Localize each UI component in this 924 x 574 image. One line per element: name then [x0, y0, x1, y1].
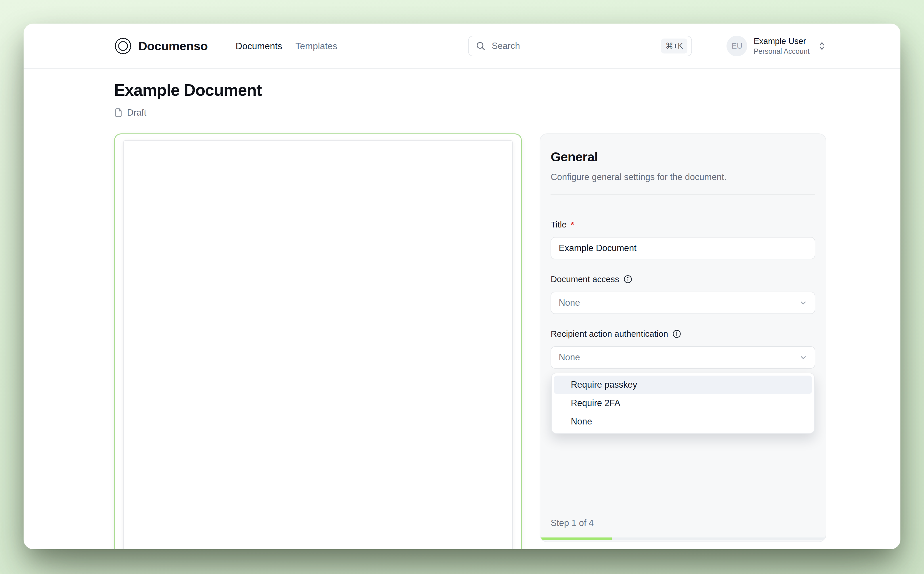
status-label: Draft [127, 107, 146, 118]
recipient-auth-label: Recipient action authentication [551, 329, 815, 339]
pdf-page [123, 140, 513, 549]
page-title: Example Document [114, 80, 826, 99]
account-menu-trigger[interactable]: EU Example User Personal Account [727, 36, 826, 56]
file-icon [114, 107, 123, 118]
panel-title: General [551, 150, 815, 164]
desktop-background: { "header": { "brand": "Documenso", "nav… [0, 0, 924, 574]
progress-track [540, 538, 826, 540]
info-icon[interactable] [672, 329, 682, 339]
recipient-auth-label-text: Recipient action authentication [551, 329, 668, 339]
title-input[interactable] [551, 237, 815, 259]
recipient-auth-select[interactable]: None [551, 346, 815, 369]
recipient-auth-dropdown: Require passkey Require 2FA None [551, 373, 815, 434]
document-preview-frame [114, 133, 522, 549]
document-access-value: None [559, 298, 580, 308]
required-asterisk: * [571, 220, 574, 229]
panel-footer: Step 1 of 4 [551, 518, 815, 541]
progress-fill [540, 538, 611, 540]
search-bar[interactable]: ⌘+K [468, 36, 692, 56]
app-header: Documenso Documents Templates ⌘+K EU Exa… [24, 24, 900, 69]
chevron-down-icon [799, 299, 807, 307]
general-settings-panel: General Configure general settings for t… [540, 133, 826, 542]
app-window: Documenso Documents Templates ⌘+K EU Exa… [24, 24, 900, 549]
dropdown-option-none[interactable]: None [554, 412, 812, 431]
user-meta: Example User Personal Account [754, 36, 809, 55]
content-row: General Configure general settings for t… [114, 133, 826, 549]
chevrons-up-down-icon [818, 41, 826, 51]
chevron-down-icon [799, 353, 807, 361]
document-access-select-wrap: None [551, 284, 815, 314]
recipient-auth-value: None [559, 352, 580, 363]
info-icon[interactable] [623, 274, 633, 284]
search-shortcut-badge: ⌘+K [661, 39, 688, 54]
documenso-seal-icon [114, 37, 132, 55]
avatar: EU [727, 36, 747, 56]
brand-logo[interactable]: Documenso [114, 37, 208, 55]
panel-subtitle: Configure general settings for the docum… [551, 172, 815, 182]
search-icon [475, 41, 486, 51]
search-input[interactable] [491, 41, 661, 52]
panel-divider [551, 194, 815, 195]
document-access-select[interactable]: None [551, 292, 815, 314]
recipient-auth-select-wrap: None Require passkey Require 2FA None [551, 339, 815, 369]
step-indicator: Step 1 of 4 [551, 518, 815, 528]
document-status: Draft [114, 107, 826, 118]
brand-name: Documenso [138, 39, 208, 53]
title-label-text: Title [551, 220, 567, 229]
dropdown-option-require-2fa[interactable]: Require 2FA [554, 394, 812, 412]
title-field-label: Title * [551, 220, 815, 229]
nav-documents[interactable]: Documents [236, 41, 282, 52]
document-access-label-text: Document access [551, 274, 619, 284]
user-account-type: Personal Account [754, 47, 809, 55]
dropdown-option-require-passkey[interactable]: Require passkey [554, 375, 812, 394]
page-content: Example Document Draft General Configure… [24, 80, 900, 549]
nav-templates[interactable]: Templates [295, 41, 337, 52]
document-access-label: Document access [551, 274, 815, 284]
user-name: Example User [754, 36, 809, 46]
main-nav: Documents Templates [236, 41, 337, 52]
